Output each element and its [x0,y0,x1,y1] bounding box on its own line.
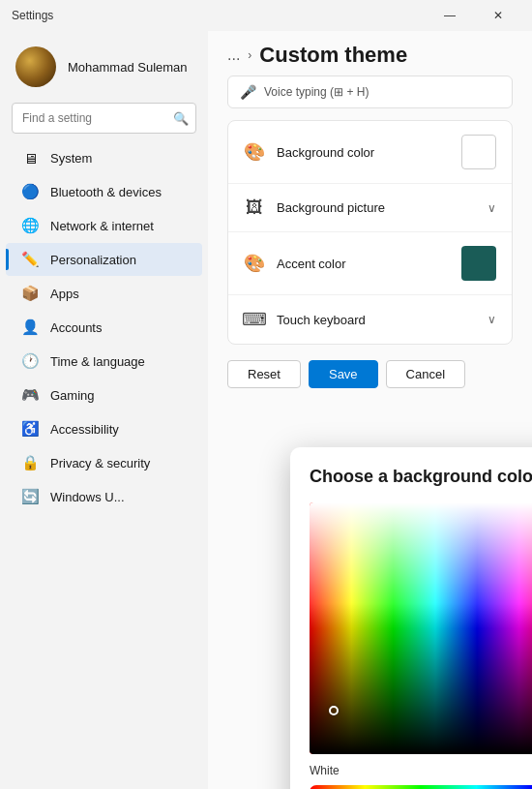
sidebar-label-system: System [50,151,92,166]
sidebar: Mohammad Suleman 🔍 🖥 System 🔵 Bluetooth … [0,31,208,789]
sidebar-item-time[interactable]: 🕐 Time & language [6,345,202,378]
sidebar-item-accounts[interactable]: 👤 Accounts [6,311,202,344]
background-picture-label: Background picture [277,200,476,215]
main-content: ... › Custom theme 🎤 Voice typing (⊞ + H… [208,31,532,789]
image-icon: 🖼 [244,197,265,218]
sidebar-item-system[interactable]: 🖥 System [6,141,202,174]
save-button[interactable]: Save [309,360,378,388]
palette-icon: 🎨 [244,141,265,163]
sidebar-label-windowsupdate: Windows U... [50,490,125,504]
sidebar-item-bluetooth[interactable]: 🔵 Bluetooth & devices [6,175,202,208]
windowsupdate-icon: 🔄 [21,488,39,505]
sidebar-item-accessibility[interactable]: ♿ Accessibility [6,412,202,445]
reset-button[interactable]: Reset [227,360,301,388]
app-body: Mohammad Suleman 🔍 🖥 System 🔵 Bluetooth … [0,31,532,789]
sidebar-label-network: Network & internet [50,219,154,233]
gaming-icon: 🎮 [21,386,39,404]
hue-slider[interactable] [310,785,532,789]
close-button[interactable]: ✕ [476,0,520,31]
cancel-button[interactable]: Cancel [386,360,465,388]
app-title: Settings [12,9,53,22]
sidebar-label-accounts: Accounts [50,320,102,335]
sidebar-label-apps: Apps [50,287,79,301]
keyboard-chevron-icon: ∨ [488,313,496,326]
sidebar-label-time: Time & language [50,354,145,369]
touch-keyboard-label: Touch keyboard [277,313,476,327]
sidebar-item-gaming[interactable]: 🎮 Gaming [6,379,202,411]
color-selector-dot [329,706,339,715]
color-picker-title: Choose a background color [310,467,532,487]
microphone-icon: 🎤 [240,84,256,100]
sidebar-label-privacy: Privacy & security [50,456,150,470]
sidebar-item-network[interactable]: 🌐 Network & internet [6,209,202,242]
breadcrumb-dots[interactable]: ... [227,46,240,64]
keyboard-icon: ⌨ [244,309,265,330]
sidebar-item-windowsupdate[interactable]: 🔄 Windows U... [6,480,202,513]
user-name: Mohammad Suleman [68,60,188,75]
color-picker-modal: Choose a background color White [290,447,532,789]
background-color-swatch[interactable] [461,135,496,169]
user-profile[interactable]: Mohammad Suleman [0,39,208,103]
voice-bar-text: Voice typing (⊞ + H) [264,85,369,99]
accent-palette-icon: 🎨 [244,253,265,274]
avatar [15,46,56,87]
title-bar: Settings — ✕ [0,0,532,31]
sidebar-item-privacy[interactable]: 🔒 Privacy & security [6,446,202,479]
search-input[interactable] [12,103,196,134]
apps-icon: 📦 [21,285,39,302]
settings-section: 🎨 Background color 🖼 Background picture … [227,120,513,345]
time-icon: 🕐 [21,352,39,370]
page-title: Custom theme [259,43,407,68]
selected-color-label: White [310,764,532,777]
personalization-icon: ✏️ [21,251,39,268]
network-icon: 🌐 [21,217,39,234]
accent-color-swatch[interactable] [461,246,496,281]
background-color-row[interactable]: 🎨 Background color [228,121,512,184]
minimize-button[interactable]: — [428,0,472,31]
color-gradient[interactable] [310,502,532,754]
sidebar-label-gaming: Gaming [50,388,95,403]
page-header: ... › Custom theme [208,31,532,76]
privacy-icon: 🔒 [21,454,39,471]
accounts-icon: 👤 [21,319,39,336]
system-icon: 🖥 [21,149,39,167]
sidebar-label-personalization: Personalization [50,253,136,267]
accessibility-icon: ♿ [21,420,39,438]
search-icon: 🔍 [173,111,189,126]
accent-color-label: Accent color [277,257,450,271]
background-picture-row[interactable]: 🖼 Background picture ∨ [228,184,512,232]
hue-slider-wrap [310,785,532,789]
search-bar: 🔍 [12,103,196,134]
sidebar-item-personalization[interactable]: ✏️ Personalization [6,243,202,276]
touch-keyboard-row[interactable]: ⌨ Touch keyboard ∨ [228,295,512,344]
window-controls: — ✕ [428,0,520,31]
accent-color-row[interactable]: 🎨 Accent color [228,232,512,295]
bluetooth-icon: 🔵 [21,183,39,200]
sidebar-item-apps[interactable]: 📦 Apps [6,277,202,310]
sidebar-label-accessibility: Accessibility [50,422,119,437]
sidebar-label-bluetooth: Bluetooth & devices [50,185,162,199]
action-buttons: Reset Save Cancel [227,350,513,398]
chevron-down-icon: ∨ [488,201,496,215]
background-color-label: Background color [277,145,450,160]
breadcrumb-chevron: › [248,48,251,62]
color-picker-area [310,502,532,754]
voice-bar: 🎤 Voice typing (⊞ + H) [227,76,513,108]
